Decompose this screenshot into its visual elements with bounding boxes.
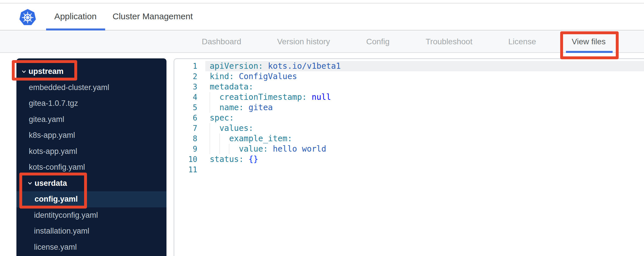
- tab-dashboard[interactable]: Dashboard: [202, 37, 241, 46]
- code-line-4: 4 creationTimestamp: null: [174, 92, 644, 102]
- token-kw: null: [307, 92, 331, 102]
- header-tab-cluster-management[interactable]: Cluster Management: [113, 12, 193, 21]
- tree-row-label: upstream: [29, 67, 64, 76]
- code-text: apiVersion: kots.io/v1beta1: [210, 61, 341, 71]
- tab-version-history[interactable]: Version history: [277, 37, 330, 46]
- active-header-tab-underline: [46, 28, 105, 30]
- tab-config[interactable]: Config: [366, 37, 390, 46]
- token-key: values:: [210, 123, 253, 133]
- active-subnav-tab-underline: [566, 51, 613, 53]
- line-number: 7: [174, 123, 197, 133]
- line-number: 10: [174, 154, 197, 165]
- line-number: 8: [174, 133, 197, 144]
- token-val: gitea: [244, 103, 273, 112]
- token-key: example_item:: [210, 134, 292, 143]
- tree-file-identityconfig-yaml[interactable]: identityconfig.yaml: [16, 207, 166, 223]
- tree-row-label: identityconfig.yaml: [34, 211, 98, 220]
- line-number: 1: [174, 61, 197, 71]
- token-val: hello world: [268, 144, 326, 154]
- code-line-3: 3metadata:: [174, 82, 644, 92]
- code-line-9: 9 value: hello world: [174, 144, 644, 154]
- line-number: 2: [174, 71, 197, 82]
- tab-license[interactable]: License: [508, 37, 536, 46]
- code-line-11: 11: [174, 165, 644, 175]
- code-text: spec:: [210, 113, 234, 123]
- line-number: 6: [174, 113, 197, 123]
- tab-view-files[interactable]: View files: [572, 37, 606, 46]
- file-tree[interactable]: upstreamembedded-cluster.yamlgitea-1.0.7…: [16, 58, 166, 256]
- code-line-5: 5 name: gitea: [174, 102, 644, 113]
- code-text: value: hello world: [210, 144, 326, 154]
- code-text: name: gitea: [210, 102, 273, 113]
- tree-file-embedded-cluster-yaml[interactable]: embedded-cluster.yaml: [16, 80, 166, 96]
- line-number: 4: [174, 92, 197, 102]
- tree-row-label: userdata: [35, 179, 67, 188]
- code-line-8: 8 example_item:: [174, 133, 644, 144]
- token-key: apiVersion:: [210, 61, 263, 71]
- tree-row-label: installation.yaml: [34, 227, 89, 236]
- tree-folder-upstream[interactable]: upstream: [16, 64, 166, 80]
- code-line-1: 1apiVersion: kots.io/v1beta1: [174, 61, 644, 71]
- token-key: name:: [210, 103, 244, 112]
- code-text: status: {}: [210, 154, 258, 165]
- tree-file-kots-config-yaml[interactable]: kots-config.yaml: [16, 159, 166, 175]
- tree-row-label: config.yaml: [35, 195, 78, 204]
- tree-file-config-yaml[interactable]: config.yaml: [16, 191, 166, 207]
- code-line-10: 10status: {}: [174, 154, 644, 165]
- tree-file-installation-yaml[interactable]: installation.yaml: [16, 223, 166, 239]
- code-line-6: 6spec:: [174, 113, 644, 123]
- token-brace: {}: [244, 154, 258, 164]
- token-key: value:: [210, 144, 268, 154]
- tree-row-label: gitea.yaml: [29, 115, 64, 124]
- token-key: metadata:: [210, 82, 253, 91]
- header-tab-application[interactable]: Application: [54, 12, 97, 21]
- tree-row-label: license.yaml: [34, 243, 77, 252]
- app-header: ApplicationCluster Management: [0, 3, 644, 30]
- line-number: 9: [174, 144, 197, 154]
- chevron-down-icon: [27, 180, 33, 186]
- code-line-7: 7 values:: [174, 123, 644, 133]
- code-editor[interactable]: 1apiVersion: kots.io/v1beta12kind: Confi…: [174, 58, 644, 256]
- token-val: kots.io/v1beta1: [263, 61, 341, 71]
- code-line-2: 2kind: ConfigValues: [174, 71, 644, 82]
- kubernetes-logo-icon: [19, 9, 36, 26]
- tree-file-kots-app-yaml[interactable]: kots-app.yaml: [16, 144, 166, 160]
- chevron-down-icon: [21, 68, 27, 75]
- token-key: spec:: [210, 113, 234, 123]
- line-number: 3: [174, 82, 197, 92]
- token-key: creationTimestamp:: [210, 92, 307, 102]
- app-subnav: DashboardVersion historyConfigTroublesho…: [0, 31, 644, 53]
- tree-file-gitea-yaml[interactable]: gitea.yaml: [16, 112, 166, 128]
- tree-row-label: kots-app.yaml: [29, 147, 77, 156]
- kots-admin-console: ApplicationCluster Management DashboardV…: [0, 0, 644, 256]
- code-text: creationTimestamp: null: [210, 92, 331, 102]
- tab-troubleshoot[interactable]: Troubleshoot: [426, 37, 472, 46]
- line-number: 11: [174, 165, 197, 175]
- token-key: status:: [210, 154, 244, 164]
- tree-row-label: kots-config.yaml: [29, 163, 85, 172]
- code-text: metadata:: [210, 82, 253, 92]
- token-key: kind:: [210, 72, 234, 81]
- tree-file-license-yaml[interactable]: license.yaml: [16, 239, 166, 255]
- tree-file-gitea-1-0-7-tgz[interactable]: gitea-1.0.7.tgz: [16, 95, 166, 112]
- tree-file-k8s-app-yaml[interactable]: k8s-app.yaml: [16, 127, 166, 144]
- line-number: 5: [174, 102, 197, 113]
- tree-row-label: k8s-app.yaml: [29, 131, 75, 140]
- tree-folder-userdata[interactable]: userdata: [16, 175, 166, 192]
- code-text: kind: ConfigValues: [210, 71, 297, 82]
- code-text: values:: [210, 123, 253, 133]
- code-text: example_item:: [210, 133, 292, 144]
- tree-row-label: embedded-cluster.yaml: [29, 83, 109, 92]
- tree-row-label: gitea-1.0.7.tgz: [29, 99, 78, 108]
- token-val: ConfigValues: [234, 72, 297, 81]
